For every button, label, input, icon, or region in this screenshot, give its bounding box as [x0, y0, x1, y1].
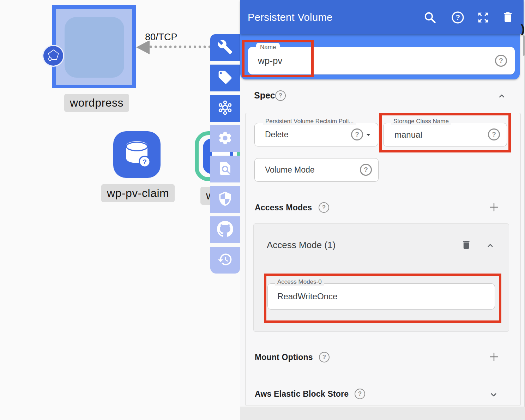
card-collapse-icon[interactable]	[485, 241, 495, 252]
highlight-storage-class	[379, 113, 511, 152]
toolbar-tab-wrench[interactable]	[210, 34, 240, 61]
spec-collapse-icon[interactable]	[497, 91, 507, 102]
reclaim-policy-value: Delete	[265, 130, 288, 139]
find-in-page-icon	[217, 161, 233, 178]
volume-mode-label: Volume Mode	[265, 165, 315, 175]
card-divider	[254, 266, 509, 266]
pentagon-icon	[46, 48, 61, 64]
history-icon	[217, 252, 233, 269]
scrollbar-thumb[interactable]	[523, 35, 525, 56]
name-help-icon[interactable]	[495, 55, 507, 67]
mount-options-heading: Mount Options	[255, 353, 313, 362]
toolbar-tab-github[interactable]	[210, 216, 240, 243]
github-icon	[217, 221, 233, 239]
toolbar-tab-inspect[interactable]	[210, 156, 240, 182]
toolbar-tab-labels[interactable]	[210, 65, 240, 91]
node-wp-pv-claim[interactable]: ?	[113, 131, 161, 178]
access-modes-help-icon[interactable]	[319, 202, 329, 213]
node-wordpress-inner	[65, 17, 124, 78]
aws-ebs-heading: Aws Elastic Block Store	[255, 389, 349, 399]
reclaim-policy-select[interactable]: Delete	[254, 123, 378, 146]
highlight-access-mode	[264, 274, 501, 323]
page-bottom-strip	[240, 407, 525, 420]
spec-help-icon[interactable]	[275, 90, 286, 101]
help-icon[interactable]: ?	[451, 11, 464, 25]
tag-icon	[217, 70, 233, 86]
toolbar-tab-settings[interactable]	[210, 125, 240, 152]
delete-icon[interactable]	[501, 11, 514, 25]
node-wordpress[interactable]	[52, 5, 136, 88]
volume-mode-select[interactable]: Volume Mode	[254, 158, 379, 182]
node-label-wp-pv-claim: wp-pv-claim	[101, 184, 175, 202]
aws-ebs-expand-icon[interactable]	[488, 389, 499, 401]
dropdown-caret-icon[interactable]	[364, 131, 373, 140]
hub-icon	[217, 99, 234, 118]
svg-text:?: ?	[455, 13, 460, 21]
mount-options-help-icon[interactable]	[319, 352, 330, 362]
scrollbar-track[interactable]	[524, 35, 525, 407]
pod-badge	[42, 45, 64, 67]
shield-icon	[217, 191, 233, 208]
expand-icon[interactable]	[477, 11, 490, 25]
toolbar-tab-network[interactable]	[210, 95, 240, 122]
wrench-icon	[217, 39, 233, 56]
highlight-name	[242, 40, 314, 77]
reclaim-policy-help-icon[interactable]	[351, 128, 363, 140]
access-modes-heading: Access Modes	[255, 203, 312, 212]
card-delete-icon[interactable]	[461, 239, 472, 252]
app-root: wordpress 80/TCP ? wp-pv-claim w	[0, 0, 525, 420]
toolbar-tab-security[interactable]	[210, 186, 240, 213]
aws-ebs-help-icon[interactable]	[355, 389, 365, 399]
access-modes-add-icon[interactable]	[488, 201, 500, 215]
mount-options-add-icon[interactable]	[488, 351, 500, 364]
search-icon[interactable]	[423, 11, 436, 25]
toolbar-tab-history[interactable]	[210, 247, 240, 274]
volume-mode-help-icon[interactable]	[360, 164, 372, 176]
access-mode-card-title: Access Mode (1)	[267, 240, 336, 251]
svg-text:?: ?	[143, 158, 147, 166]
panel-title: Persistent Volume	[248, 12, 333, 23]
edge-label: 80/TCP	[145, 32, 177, 43]
gear-icon	[217, 130, 233, 147]
edge-artifact-glyph: )	[521, 22, 525, 36]
spec-heading: Spec	[254, 90, 275, 101]
reclaim-policy-label: Persistent Volume Reclaim Poli...	[263, 118, 356, 125]
panel-header: Persistent Volume ?	[240, 0, 524, 34]
node-label-wordpress: wordpress	[64, 94, 129, 112]
